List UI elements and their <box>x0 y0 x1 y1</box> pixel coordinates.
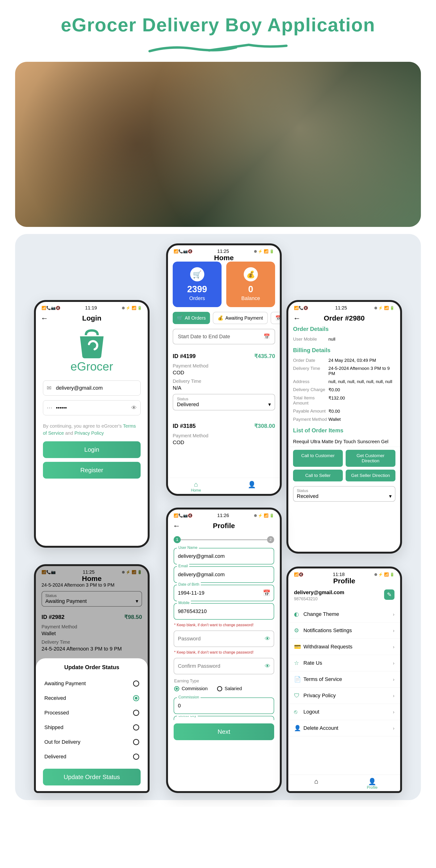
email-input[interactable] <box>174 566 274 583</box>
eye-icon[interactable]: 👁 <box>265 636 270 642</box>
confirm-password-input[interactable] <box>174 658 274 674</box>
status-bar: 📶📞📷🔇 11:19 ⊕ ⚡ 📶 🔋 <box>36 302 148 312</box>
status-option[interactable]: Shipped <box>43 720 141 735</box>
status-option[interactable]: Processed <box>43 706 141 720</box>
chevron-right-icon: › <box>393 644 395 650</box>
menu-notifications[interactable]: ⚙Notifications Settings› <box>288 622 400 639</box>
stepper: 1 2 <box>168 533 280 546</box>
cart-icon: 🛒 <box>177 315 183 321</box>
radio-commission[interactable]: Commission <box>174 686 208 691</box>
status-sheet: Update Order Status Awaiting Payment Rec… <box>36 658 148 791</box>
hero-title: eGrocer Delivery Boy Application <box>0 0 436 40</box>
menu-logout[interactable]: ⎋Logout› <box>288 704 400 720</box>
nav-profile[interactable]: 👤Profile <box>344 778 400 790</box>
edit-button[interactable]: ✎ <box>384 589 395 600</box>
order-item[interactable]: Reequil Ultra Matte Dry Touch Sunscreen … <box>288 437 400 447</box>
calendar-icon[interactable]: 📅 <box>263 589 270 597</box>
tab-awaiting[interactable]: 💰Awaiting Payment <box>213 312 268 324</box>
status-dropdown[interactable]: Status Received▾ <box>293 486 396 502</box>
next-button[interactable]: Next <box>174 723 274 740</box>
menu-delete[interactable]: 👤Delete Account› <box>288 720 400 736</box>
password-input[interactable] <box>174 630 274 647</box>
lock-icon: ⋯ <box>47 404 52 411</box>
commission-input[interactable] <box>174 698 274 714</box>
order-row[interactable]: ID #4199₹435.70 Payment Method COD Deliv… <box>173 349 275 414</box>
page-title: Profile <box>333 577 355 585</box>
user-icon: 👤 <box>344 778 400 785</box>
user-minus-icon: 👤 <box>294 725 303 732</box>
app-logo: eGrocer <box>36 326 148 376</box>
date-range-picker[interactable]: Start Date to End Date📅 <box>173 329 275 344</box>
back-icon[interactable]: ← <box>40 314 48 322</box>
menu-terms[interactable]: 📄Terms of Service› <box>288 671 400 687</box>
back-icon[interactable]: ← <box>173 522 180 530</box>
profile-email: delivery@gmail.com <box>294 589 344 596</box>
call-customer-button[interactable]: Call to Customer <box>293 450 343 467</box>
status-dropdown[interactable]: Status Delivered▾ <box>173 394 275 410</box>
cart-icon: 🛒 <box>190 267 204 281</box>
menu-theme[interactable]: ◐Change Theme› <box>288 606 400 622</box>
privacy-link[interactable]: Privacy Policy <box>74 431 103 436</box>
brand-name: eGrocer <box>70 360 113 373</box>
chevron-right-icon: › <box>393 725 395 731</box>
menu-withdrawal[interactable]: 💳Withdrawal Requests› <box>288 639 400 655</box>
chevron-down-icon: ▾ <box>389 493 392 499</box>
header: ← Login <box>36 312 148 326</box>
call-seller-button[interactable]: Call to Seller <box>293 470 343 482</box>
eye-icon[interactable]: 👁 <box>265 663 270 670</box>
theme-icon: ◐ <box>294 611 303 618</box>
tab-r[interactable]: 📅R <box>271 312 280 324</box>
menu-privacy[interactable]: 🛡Privacy Policy› <box>288 687 400 704</box>
dob-input[interactable] <box>174 585 274 601</box>
email-input[interactable] <box>43 380 141 396</box>
squiggle-decoration <box>147 40 289 55</box>
terms-text: By continuing, you agree to eGrocer's Te… <box>43 423 141 437</box>
back-icon[interactable]: ← <box>293 314 301 322</box>
home-icon: ⌂ <box>288 778 344 785</box>
nav-home[interactable]: ⌂ <box>288 778 344 790</box>
money-icon: 💰 <box>244 267 258 281</box>
page-title: Login <box>82 314 101 322</box>
username-input[interactable] <box>174 548 274 564</box>
sheet-title: Update Order Status <box>43 664 141 671</box>
hint-text: * Keep blank, if don't want to change pa… <box>168 621 280 628</box>
bag-icon: 💰 <box>218 315 223 321</box>
section-heading: List of Order Items <box>288 427 400 434</box>
calendar-icon: 📅 <box>275 315 280 321</box>
section-heading: Billing Details <box>288 347 400 353</box>
update-status-screen: 📶📞📷11:25⊕ ⚡ 📶 🔋 Home 24-5-2024 Afternoon… <box>34 564 150 793</box>
status-option[interactable]: Delivered <box>43 749 141 764</box>
home-screen: 📶📞📷🔇 11:25 ⊕ ⚡ 📶 🔋 Home 🛒 2399 Orders 💰 … <box>166 243 282 496</box>
customer-direction-button[interactable]: Get Customer Direction <box>346 450 396 467</box>
menu-rate[interactable]: ☆Rate Us› <box>288 655 400 671</box>
hint-text: * Keep blank, if don't want to change pa… <box>168 649 280 656</box>
order-row[interactable]: ID #3185₹308.00 Payment Method COD <box>173 419 275 452</box>
chevron-right-icon: › <box>393 628 395 633</box>
orders-card[interactable]: 🛒 2399 Orders <box>173 261 222 307</box>
tab-all-orders[interactable]: 🛒All Orders <box>173 312 210 324</box>
seller-direction-button[interactable]: Get Seller Direction <box>346 470 396 482</box>
step-2: 2 <box>267 536 274 543</box>
chevron-right-icon: › <box>393 677 395 682</box>
status-option[interactable]: Out for Delivery <box>43 735 141 749</box>
update-status-button[interactable]: Update Order Status <box>43 769 141 785</box>
nav-profile[interactable]: 👤 <box>224 481 280 493</box>
status-option[interactable]: Awaiting Payment <box>43 676 141 691</box>
logout-icon: ⎋ <box>294 709 303 715</box>
balance-card[interactable]: 💰 0 Balance <box>226 261 275 307</box>
register-button[interactable]: Register <box>43 462 141 478</box>
status-bar: 📶📞🔇11:25⊕ ⚡ 📶 🔋 <box>288 302 400 312</box>
bottom-nav: ⌂Home 👤 <box>168 478 280 494</box>
eye-icon[interactable]: 👁 <box>131 404 137 411</box>
mobile-input[interactable] <box>174 603 274 620</box>
section-heading: Order Details <box>288 326 400 332</box>
radio-salaried[interactable]: Salaried <box>217 686 242 691</box>
chevron-right-icon: › <box>393 660 395 666</box>
nav-home[interactable]: ⌂Home <box>168 481 224 493</box>
login-screen: 📶📞📷🔇 11:19 ⊕ ⚡ 📶 🔋 ← Login eGrocer ✉ ⋯ 👁… <box>34 300 150 548</box>
status-option[interactable]: Received <box>43 691 141 706</box>
password-input[interactable] <box>43 400 141 415</box>
chevron-right-icon: › <box>393 612 395 617</box>
email-icon: ✉ <box>47 385 52 391</box>
login-button[interactable]: Login <box>43 441 141 458</box>
